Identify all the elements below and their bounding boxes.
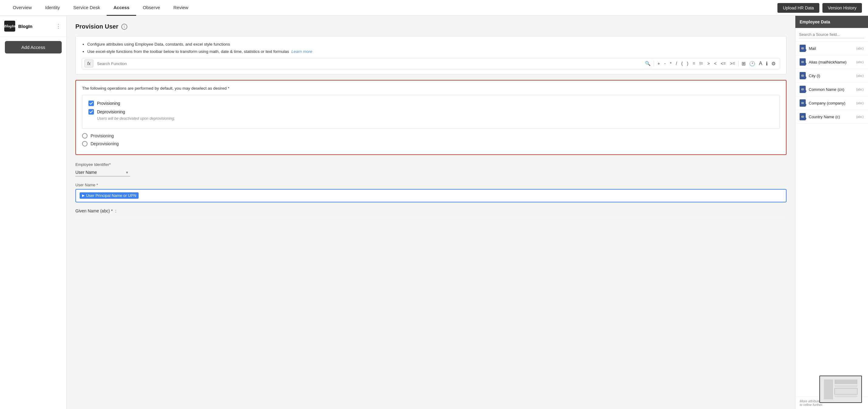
nav-observe[interactable]: Observe	[136, 0, 167, 16]
provisioning-checkbox-row: Provisioning	[88, 101, 773, 106]
given-name-colon: :	[115, 209, 116, 213]
page-title-row: Provision User i	[75, 23, 786, 30]
provisioning-checkbox[interactable]	[88, 101, 94, 106]
toolbar-close-paren[interactable]: )	[685, 60, 690, 67]
source-field-search-input[interactable]	[799, 31, 864, 38]
main-layout: BlogIn BlogIn ⋮ Add Access Provision Use…	[0, 16, 868, 409]
formula-toolbar: fx 🔍 + - * / ( ) = != > < <= >= ⊞ 🕐 A	[82, 58, 780, 69]
toolbar-open-paren[interactable]: (	[679, 60, 685, 67]
field-type-common-name: (abc)	[856, 88, 864, 91]
radio-deprovisioning-label: Deprovisioning	[91, 141, 119, 146]
toolbar-grid-icon[interactable]: ⊞	[740, 60, 747, 68]
nav-service-desk[interactable]: Service Desk	[67, 0, 107, 16]
svg-rect-2	[835, 380, 857, 384]
employee-data-search	[795, 28, 868, 42]
toolbar-text-icon[interactable]: A	[757, 60, 764, 67]
version-history-button[interactable]: Version History	[823, 3, 862, 13]
field-type-country: (abc)	[856, 115, 864, 119]
toolbar-greater[interactable]: >	[705, 60, 712, 67]
toolbar-separator-2	[738, 60, 739, 67]
employee-data-header: Employee Data	[795, 16, 868, 28]
field-type-company: (abc)	[856, 101, 864, 105]
radio-deprovisioning-row: Deprovisioning	[82, 141, 780, 147]
page-thumbnail-preview	[819, 376, 862, 403]
learn-more-link[interactable]: Learn more	[291, 49, 312, 54]
info-line-1: Configure attributes using Employee Data…	[87, 41, 780, 48]
nav-overview[interactable]: Overview	[6, 0, 39, 16]
field-item-city[interactable]: ID City (l) (abc)	[795, 69, 868, 83]
sidebar-app-name: BlogIn	[18, 24, 51, 29]
given-name-label: Given Name (abc) *	[75, 209, 113, 213]
field-item-common-name[interactable]: ID Common Name (cn) (abc)	[795, 83, 868, 96]
toolbar-equals[interactable]: =	[690, 60, 697, 67]
radio-rows: Provisioning Deprovisioning	[82, 133, 780, 147]
add-access-button[interactable]: Add Access	[5, 41, 62, 54]
field-icon-country: ID	[800, 113, 806, 120]
fx-badge[interactable]: fx	[85, 60, 93, 67]
top-navigation: Overview Identity Service Desk Access Ob…	[0, 0, 868, 16]
nav-identity[interactable]: Identity	[39, 0, 67, 16]
toolbar-separator-1	[654, 60, 654, 67]
field-item-alias[interactable]: ID Alias (mailNickName) (abc)	[795, 55, 868, 69]
employee-identifier-section: Employee Identifier* User Name ▼	[75, 162, 786, 177]
field-type-city: (abc)	[856, 74, 864, 77]
employee-data-panel: Employee Data ID Mail (abc) ID Alias (ma…	[795, 16, 868, 409]
sidebar-menu-icon[interactable]: ⋮	[54, 22, 62, 31]
given-name-row: Given Name (abc) * :	[75, 209, 786, 217]
toolbar-not-equals[interactable]: !=	[697, 60, 705, 67]
thumbnail-inner	[820, 376, 861, 402]
provision-user-info-icon[interactable]: i	[121, 24, 127, 30]
field-list: ID Mail (abc) ID Alias (mailNickName) (a…	[795, 42, 868, 397]
deprovisioning-checkbox[interactable]	[88, 109, 94, 115]
user-name-token-input[interactable]: ▶ User Principal Name or UPN	[75, 189, 786, 202]
search-function-icon[interactable]: 🔍	[643, 60, 653, 67]
toolbar-minus[interactable]: -	[662, 60, 668, 67]
radio-deprovisioning[interactable]	[82, 141, 88, 147]
sidebar-header: BlogIn BlogIn ⋮	[0, 16, 67, 37]
main-content: Provision User i Configure attributes us…	[67, 16, 795, 409]
logo-icon: BlogIn	[4, 21, 15, 32]
nav-review[interactable]: Review	[167, 0, 195, 16]
user-name-label: User Name *	[75, 183, 786, 187]
field-icon-common-name: ID	[800, 86, 806, 93]
radio-provisioning[interactable]	[82, 133, 88, 138]
toolbar-greater-eq[interactable]: >=	[728, 60, 737, 67]
page-title: Provision User	[75, 23, 118, 30]
field-icon-city: ID	[800, 72, 806, 79]
upn-token-chip[interactable]: ▶ User Principal Name or UPN	[80, 192, 138, 199]
field-icon-alias: ID	[800, 58, 806, 66]
provisioning-label: Provisioning	[97, 101, 120, 106]
toolbar-less[interactable]: <	[712, 60, 718, 67]
user-name-section: User Name * ▶ User Principal Name or UPN	[75, 183, 786, 202]
svg-rect-5	[835, 395, 857, 397]
toolbar-settings-icon[interactable]: ⚙	[770, 60, 777, 68]
sidebar: BlogIn BlogIn ⋮ Add Access	[0, 16, 67, 409]
field-type-alias: (abc)	[856, 60, 864, 64]
field-name-city: City (l)	[809, 73, 852, 78]
toolbar-info-icon[interactable]: ℹ	[764, 60, 770, 68]
nav-links: Overview Identity Service Desk Access Ob…	[6, 0, 777, 16]
search-function-input[interactable]	[96, 60, 643, 67]
toolbar-clock-icon[interactable]: 🕐	[747, 60, 757, 68]
token-chip-label: User Principal Name or UPN	[86, 193, 136, 198]
field-item-company[interactable]: ID Company (company) (abc)	[795, 96, 868, 110]
employee-identifier-label: Employee Identifier*	[75, 162, 786, 167]
upload-hr-data-button[interactable]: Upload HR Data	[777, 3, 819, 13]
svg-rect-1	[824, 380, 833, 399]
nav-access[interactable]: Access	[107, 0, 136, 16]
employee-identifier-select[interactable]: User Name	[75, 169, 130, 177]
field-item-country[interactable]: ID Country Name (c) (abc)	[795, 110, 868, 124]
deprovisioning-label: Deprovisioning	[97, 109, 125, 114]
radio-provisioning-label: Provisioning	[91, 133, 114, 138]
toolbar-plus[interactable]: +	[655, 60, 662, 67]
employee-identifier-select-wrapper: User Name ▼	[75, 169, 130, 177]
deprovisioning-note: Users will be deactivated upon deprovisi…	[97, 116, 773, 121]
info-box: Configure attributes using Employee Data…	[75, 36, 786, 74]
field-name-alias: Alias (mailNickName)	[809, 60, 852, 64]
toolbar-multiply[interactable]: *	[668, 60, 674, 67]
field-item-mail[interactable]: ID Mail (abc)	[795, 42, 868, 55]
toolbar-divide[interactable]: /	[674, 60, 679, 67]
field-name-company: Company (company)	[809, 101, 852, 105]
toolbar-less-eq[interactable]: <=	[719, 60, 728, 67]
field-name-mail: Mail	[809, 46, 852, 51]
